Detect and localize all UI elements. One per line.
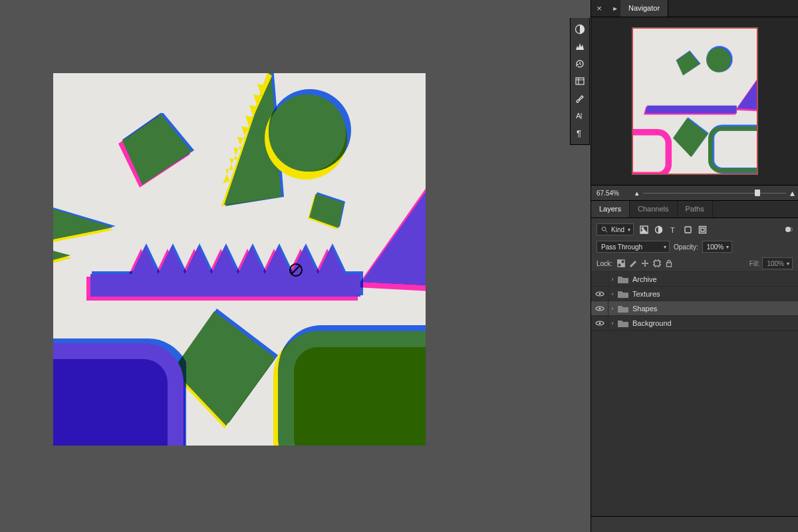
svg-point-67: [598, 307, 600, 309]
layer-list: › Archive › Textures › Shapes: [591, 272, 798, 331]
blend-mode-dropdown[interactable]: Pass Through ▾: [597, 241, 670, 253]
blend-mode-value: Pass Through: [601, 243, 642, 251]
lock-artboard-icon[interactable]: [652, 259, 662, 268]
filter-adjustment-icon[interactable]: [652, 223, 664, 235]
lock-transparency-icon[interactable]: [616, 259, 626, 268]
no-drop-cursor-icon: [289, 263, 303, 277]
svg-line-53: [606, 231, 608, 233]
folder-icon: [618, 290, 628, 298]
panel-icon-brushes[interactable]: [570, 90, 590, 107]
filter-pixel-icon[interactable]: [638, 223, 650, 235]
navigator-thumbnail[interactable]: [632, 27, 758, 175]
shape-quad-topleft: [113, 113, 200, 193]
expand-caret-icon[interactable]: ›: [608, 276, 616, 283]
visibility-toggle[interactable]: [591, 272, 608, 286]
expand-caret-icon[interactable]: ›: [608, 305, 616, 312]
folder-icon: [618, 319, 628, 327]
layer-name[interactable]: Background: [632, 319, 672, 327]
visibility-toggle[interactable]: [591, 316, 608, 330]
panel-icon-character[interactable]: A: [570, 107, 590, 124]
chevron-down-icon: ▾: [628, 227, 630, 233]
zoom-out-icon[interactable]: ▴: [631, 189, 643, 198]
expand-caret-icon[interactable]: ›: [608, 320, 616, 327]
panel-icon-adjustments[interactable]: [570, 21, 590, 38]
filter-type-icon[interactable]: T: [667, 223, 679, 235]
svg-text:¶: ¶: [577, 128, 581, 138]
lock-pixels-icon[interactable]: [628, 259, 638, 268]
filter-shape-icon[interactable]: [682, 223, 694, 235]
eye-icon: [595, 305, 604, 312]
document-canvas[interactable]: [53, 73, 426, 446]
panel-icon-paragraph[interactable]: ¶: [570, 124, 590, 142]
filter-toggle-switch[interactable]: [786, 227, 793, 231]
svg-rect-58: [685, 227, 691, 233]
panel-icon-histogram[interactable]: [570, 38, 590, 55]
layer-row[interactable]: › Archive: [591, 272, 798, 287]
lock-position-icon[interactable]: [640, 259, 650, 268]
lock-label: Lock:: [597, 260, 612, 267]
svg-text:T: T: [670, 226, 675, 234]
svg-point-42: [706, 48, 731, 72]
zoom-slider-knob[interactable]: [755, 190, 760, 196]
filter-smartobject-icon[interactable]: [696, 223, 708, 235]
svg-rect-60: [701, 228, 704, 231]
opacity-value: 100%: [707, 243, 724, 251]
panel-icon-properties[interactable]: [570, 72, 590, 90]
expand-panel-icon[interactable]: ▸▸: [607, 0, 620, 17]
svg-rect-64: [654, 261, 660, 266]
close-panel-icon[interactable]: ×: [591, 0, 607, 17]
layer-name[interactable]: Archive: [632, 275, 657, 283]
right-panel-dock: × ▸▸ Navigator: [591, 0, 798, 532]
layer-row[interactable]: › Shapes: [591, 301, 798, 316]
svg-rect-59: [699, 226, 706, 233]
zoom-percent-label[interactable]: 67.54%: [591, 190, 631, 197]
layer-row[interactable]: › Textures: [591, 287, 798, 301]
layers-empty-area: [591, 331, 798, 532]
zoom-in-icon[interactable]: ▴: [786, 188, 798, 198]
navigator-zoom-bar: 67.54% ▴ ▴: [591, 185, 798, 201]
visibility-toggle[interactable]: [591, 301, 608, 315]
tab-channels[interactable]: Channels: [630, 201, 677, 217]
layer-name[interactable]: Shapes: [632, 305, 657, 313]
layers-tabbar: Layers Channels Paths: [591, 201, 798, 218]
shape-roundrect-bottomright: [266, 319, 426, 446]
svg-marker-26: [173, 311, 275, 426]
fill-dropdown[interactable]: 100% ▾: [762, 257, 793, 269]
eye-icon: [595, 291, 604, 297]
navigator-preview-area: [591, 17, 798, 185]
tab-navigator[interactable]: Navigator: [620, 0, 668, 17]
lock-all-icon[interactable]: [664, 259, 674, 268]
chevron-down-icon: ▾: [726, 244, 729, 250]
layer-filter-label: Kind: [611, 226, 624, 233]
tab-layers[interactable]: Layers: [591, 201, 630, 217]
tab-paths[interactable]: Paths: [678, 201, 713, 217]
svg-marker-15: [362, 140, 426, 287]
shape-roundrect-bottomleft: [53, 332, 186, 446]
navigator-thumbnail-art: [632, 28, 758, 175]
chevron-down-icon: ▾: [787, 261, 789, 267]
layer-row[interactable]: › Background: [591, 316, 798, 331]
opacity-label: Opacity:: [674, 243, 698, 251]
layer-filter-dropdown[interactable]: Kind ▾: [597, 223, 634, 235]
svg-rect-63: [621, 263, 624, 267]
zoom-slider[interactable]: [643, 188, 786, 198]
opacity-dropdown[interactable]: 100% ▾: [702, 241, 733, 253]
svg-point-66: [598, 293, 600, 295]
layer-name[interactable]: Textures: [632, 290, 660, 298]
svg-point-55: [642, 227, 643, 229]
eye-icon: [595, 320, 604, 327]
visibility-toggle[interactable]: [591, 287, 608, 301]
svg-rect-28: [289, 335, 426, 446]
shape-zigzag-strip: [80, 239, 366, 313]
collapsed-panel-strip: A ¶: [570, 18, 590, 145]
folder-icon: [618, 275, 628, 283]
search-icon: [601, 226, 608, 233]
svg-marker-2: [122, 114, 192, 185]
svg-text:A: A: [576, 112, 581, 120]
chevron-down-icon: ▾: [664, 244, 666, 250]
svg-rect-62: [618, 260, 621, 263]
svg-rect-38: [632, 29, 758, 175]
navigator-tabbar: × ▸▸ Navigator: [591, 0, 798, 17]
expand-caret-icon[interactable]: ›: [608, 291, 616, 297]
panel-icon-history[interactable]: [570, 55, 590, 72]
